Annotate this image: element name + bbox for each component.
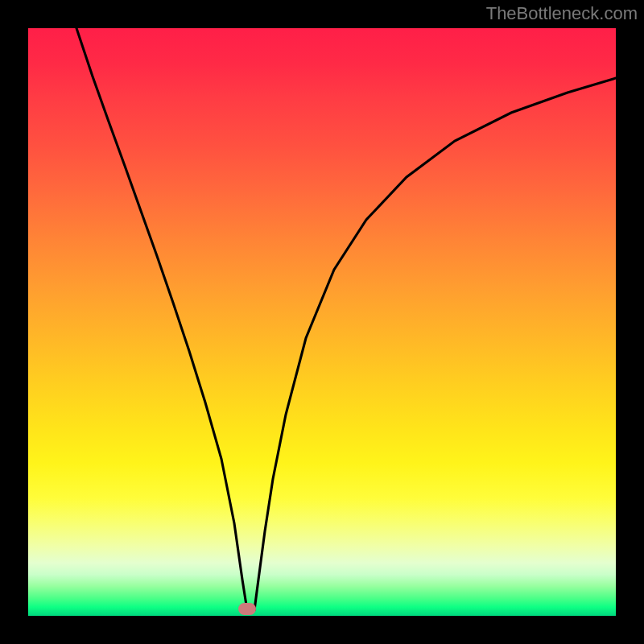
chart-frame: TheBottleneck.com (0, 0, 644, 644)
curve-right (254, 78, 616, 610)
curve-left (76, 28, 247, 610)
bottleneck-curve (28, 28, 616, 616)
optimum-marker (238, 603, 256, 615)
plot-area (28, 28, 616, 616)
watermark-text: TheBottleneck.com (486, 3, 638, 24)
